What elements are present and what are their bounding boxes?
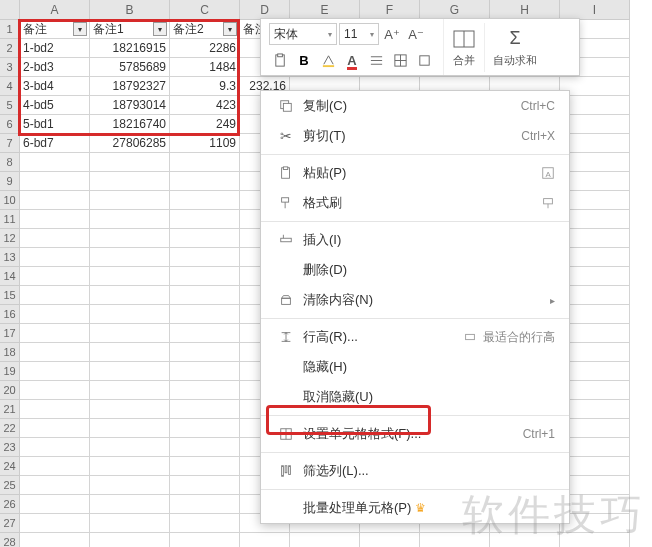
row-header[interactable]: 10 [0, 191, 20, 210]
merge-label: 合并 [453, 53, 475, 68]
menu-paste[interactable]: 粘贴(P) A [261, 158, 569, 188]
filter-header-label: 备注1 [93, 21, 124, 38]
row-header[interactable]: 11 [0, 210, 20, 229]
cell[interactable]: 423 [170, 96, 240, 115]
cell[interactable]: 6-bd7 [20, 134, 90, 153]
row-header[interactable]: 25 [0, 476, 20, 495]
cell[interactable]: 备注1▾ [90, 20, 170, 39]
menu-format-cells[interactable]: 设置单元格格式(F)... Ctrl+1 [261, 419, 569, 449]
menu-row-height[interactable]: 行高(R)... 最适合的行高 [261, 322, 569, 352]
row-header[interactable]: 19 [0, 362, 20, 381]
clipboard-icon[interactable] [269, 49, 291, 71]
row-header[interactable]: 12 [0, 229, 20, 248]
format-cell-button[interactable] [413, 49, 435, 71]
menu-batch[interactable]: 批量处理单元格(P)♛ [261, 493, 569, 523]
cell[interactable]: 2286 [170, 39, 240, 58]
insert-icon [275, 233, 297, 247]
row-header[interactable]: 13 [0, 248, 20, 267]
decrease-font-icon[interactable]: A⁻ [405, 23, 427, 45]
cell[interactable]: 3-bd4 [20, 77, 90, 96]
row-header[interactable]: 1 [0, 20, 20, 39]
cell[interactable]: 2-bd3 [20, 58, 90, 77]
row-height-icon [275, 330, 297, 344]
filter-dropdown-icon[interactable]: ▾ [223, 22, 237, 36]
borders-button[interactable] [389, 49, 411, 71]
col-header-c[interactable]: C [170, 0, 240, 20]
menu-format-painter[interactable]: 格式刷 [261, 188, 569, 218]
font-color-button[interactable]: A [341, 49, 363, 71]
row-header[interactable]: 23 [0, 438, 20, 457]
fill-color-button[interactable] [317, 49, 339, 71]
cell[interactable]: 18792327 [90, 77, 170, 96]
cell[interactable]: 27806285 [90, 134, 170, 153]
cell[interactable]: 1484 [170, 58, 240, 77]
row-header[interactable]: 3 [0, 58, 20, 77]
row-header[interactable]: 6 [0, 115, 20, 134]
cell[interactable]: 18216915 [90, 39, 170, 58]
cell[interactable]: 249 [170, 115, 240, 134]
autosum-group[interactable]: Σ 自动求和 [485, 23, 545, 72]
cell[interactable]: 备注▾ [20, 20, 90, 39]
menu-delete[interactable]: 删除(D) [261, 255, 569, 285]
cell[interactable]: 18793014 [90, 96, 170, 115]
filter-header-label: 备注 [23, 21, 47, 38]
cell[interactable]: 5785689 [90, 58, 170, 77]
col-header-i[interactable]: I [560, 0, 630, 20]
row-header[interactable]: 24 [0, 457, 20, 476]
row-header[interactable]: 18 [0, 343, 20, 362]
paste-options-icon[interactable]: A [541, 166, 555, 180]
row-header[interactable]: 8 [0, 153, 20, 172]
row-header[interactable]: 5 [0, 96, 20, 115]
best-fit-icon [463, 330, 477, 344]
menu-unhide[interactable]: 取消隐藏(U) [261, 382, 569, 412]
row-header[interactable]: 20 [0, 381, 20, 400]
menu-copy[interactable]: 复制(C) Ctrl+C [261, 91, 569, 121]
increase-font-icon[interactable]: A⁺ [381, 23, 403, 45]
menu-insert[interactable]: 插入(I) [261, 225, 569, 255]
row-header[interactable]: 28 [0, 533, 20, 547]
cell[interactable]: 备注2▾ [170, 20, 240, 39]
row-header[interactable]: 14 [0, 267, 20, 286]
col-header-a[interactable]: A [20, 0, 90, 20]
menu-clear[interactable]: 清除内容(N) ▸ [261, 285, 569, 315]
menu-filter[interactable]: 筛选列(L)... [261, 456, 569, 486]
col-header-h[interactable]: H [490, 0, 560, 20]
font-size-select[interactable]: 11▾ [339, 23, 379, 45]
row-header[interactable]: 27 [0, 514, 20, 533]
col-header-g[interactable]: G [420, 0, 490, 20]
bold-button[interactable]: B [293, 49, 315, 71]
row-header[interactable]: 22 [0, 419, 20, 438]
cell[interactable]: 1109 [170, 134, 240, 153]
format-painter-extra-icon[interactable] [541, 196, 555, 210]
svg-rect-28 [466, 334, 475, 339]
row-header[interactable]: 21 [0, 400, 20, 419]
row-header[interactable]: 2 [0, 39, 20, 58]
svg-rect-24 [282, 298, 291, 304]
row-header[interactable]: 9 [0, 172, 20, 191]
col-header-e[interactable]: E [290, 0, 360, 20]
filter-dropdown-icon[interactable]: ▾ [153, 22, 167, 36]
merge-group[interactable]: 合并 [444, 23, 485, 72]
menu-hide[interactable]: 隐藏(H) [261, 352, 569, 382]
col-header-d[interactable]: D [240, 0, 290, 20]
corner-cell[interactable] [0, 0, 20, 20]
svg-rect-22 [281, 238, 292, 242]
col-header-f[interactable]: F [360, 0, 420, 20]
menu-cut[interactable]: ✂ 剪切(T) Ctrl+X [261, 121, 569, 151]
row-header[interactable]: 16 [0, 305, 20, 324]
cell[interactable]: 18216740 [90, 115, 170, 134]
col-header-b[interactable]: B [90, 0, 170, 20]
cell[interactable]: 9.3 [170, 77, 240, 96]
align-button[interactable] [365, 49, 387, 71]
row-header[interactable]: 26 [0, 495, 20, 514]
font-family-select[interactable]: 宋体▾ [269, 23, 337, 45]
cell[interactable]: 5-bd1 [20, 115, 90, 134]
row-header[interactable]: 17 [0, 324, 20, 343]
cell[interactable]: 4-bd5 [20, 96, 90, 115]
filter-dropdown-icon[interactable]: ▾ [73, 22, 87, 36]
row-header[interactable]: 4 [0, 77, 20, 96]
svg-rect-2 [322, 65, 333, 67]
cell[interactable]: 1-bd2 [20, 39, 90, 58]
row-header[interactable]: 15 [0, 286, 20, 305]
row-header[interactable]: 7 [0, 134, 20, 153]
